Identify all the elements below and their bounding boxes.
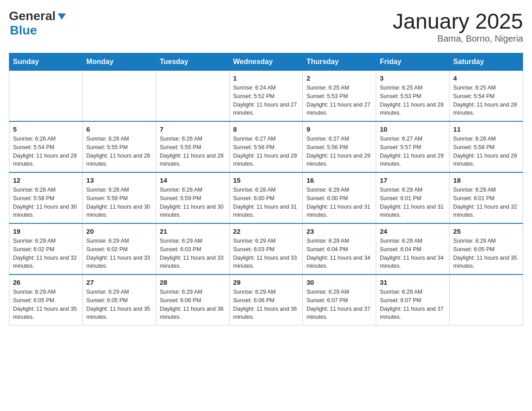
day-info: Sunrise: 6:28 AMSunset: 5:59 PMDaylight:… xyxy=(160,186,226,219)
calendar-day-cell: 5Sunrise: 6:26 AMSunset: 5:54 PMDaylight… xyxy=(9,121,83,172)
calendar-day-cell: 8Sunrise: 6:27 AMSunset: 5:56 PMDaylight… xyxy=(229,121,303,172)
calendar-week-row: 12Sunrise: 6:28 AMSunset: 5:58 PMDayligh… xyxy=(9,172,523,223)
calendar-day-cell: 3Sunrise: 6:25 AMSunset: 5:53 PMDaylight… xyxy=(376,71,450,122)
day-number: 22 xyxy=(233,227,299,235)
day-number: 24 xyxy=(380,227,446,235)
day-number: 9 xyxy=(306,125,372,133)
calendar-day-cell: 29Sunrise: 6:29 AMSunset: 6:06 PMDayligh… xyxy=(229,274,303,325)
calendar-subtitle: Bama, Borno, Nigeria xyxy=(393,34,523,44)
day-info: Sunrise: 6:25 AMSunset: 5:53 PMDaylight:… xyxy=(380,84,446,117)
day-info: Sunrise: 6:29 AMSunset: 6:04 PMDaylight:… xyxy=(306,237,372,270)
day-number: 11 xyxy=(453,125,519,133)
day-number: 14 xyxy=(160,176,226,184)
calendar-day-cell: 25Sunrise: 6:29 AMSunset: 6:05 PMDayligh… xyxy=(450,223,523,274)
day-number: 13 xyxy=(86,176,152,184)
day-number: 18 xyxy=(453,176,519,184)
calendar-day-cell: 10Sunrise: 6:27 AMSunset: 5:57 PMDayligh… xyxy=(376,121,450,172)
calendar-header: SundayMondayTuesdayWednesdayThursdayFrid… xyxy=(9,53,523,71)
calendar-day-cell xyxy=(9,71,83,122)
calendar-week-row: 1Sunrise: 6:24 AMSunset: 5:52 PMDaylight… xyxy=(9,71,523,122)
day-info: Sunrise: 6:29 AMSunset: 6:03 PMDaylight:… xyxy=(233,237,299,270)
calendar-day-cell: 15Sunrise: 6:28 AMSunset: 6:00 PMDayligh… xyxy=(229,172,303,223)
day-info: Sunrise: 6:29 AMSunset: 6:07 PMDaylight:… xyxy=(380,288,446,321)
day-info: Sunrise: 6:24 AMSunset: 5:52 PMDaylight:… xyxy=(233,84,299,117)
day-info: Sunrise: 6:29 AMSunset: 6:06 PMDaylight:… xyxy=(160,288,226,321)
day-of-week-header: Friday xyxy=(376,53,450,71)
day-of-week-header: Wednesday xyxy=(229,53,303,71)
day-info: Sunrise: 6:26 AMSunset: 5:55 PMDaylight:… xyxy=(160,135,226,168)
calendar-day-cell: 28Sunrise: 6:29 AMSunset: 6:06 PMDayligh… xyxy=(156,274,229,325)
day-of-week-header: Saturday xyxy=(450,53,523,71)
day-info: Sunrise: 6:27 AMSunset: 5:56 PMDaylight:… xyxy=(306,135,372,168)
calendar-day-cell: 2Sunrise: 6:25 AMSunset: 5:53 PMDaylight… xyxy=(303,71,376,122)
day-info: Sunrise: 6:29 AMSunset: 6:06 PMDaylight:… xyxy=(233,288,299,321)
day-of-week-header: Tuesday xyxy=(156,53,229,71)
day-info: Sunrise: 6:29 AMSunset: 6:01 PMDaylight:… xyxy=(453,186,519,219)
logo-general-text: General xyxy=(9,9,56,23)
calendar-body: 1Sunrise: 6:24 AMSunset: 5:52 PMDaylight… xyxy=(9,71,523,325)
day-number: 1 xyxy=(233,74,299,82)
page-header: General Blue January 2025 Bama, Borno, N… xyxy=(9,9,523,44)
calendar-day-cell: 6Sunrise: 6:26 AMSunset: 5:55 PMDaylight… xyxy=(82,121,156,172)
day-info: Sunrise: 6:26 AMSunset: 5:55 PMDaylight:… xyxy=(86,135,152,168)
calendar-day-cell xyxy=(450,274,523,325)
calendar-week-row: 26Sunrise: 6:29 AMSunset: 6:05 PMDayligh… xyxy=(9,274,523,325)
day-number: 6 xyxy=(86,125,152,133)
calendar-day-cell xyxy=(156,71,229,122)
day-number: 17 xyxy=(380,176,446,184)
day-number: 23 xyxy=(306,227,372,235)
day-info: Sunrise: 6:29 AMSunset: 6:02 PMDaylight:… xyxy=(86,237,152,270)
calendar-day-cell: 24Sunrise: 6:29 AMSunset: 6:04 PMDayligh… xyxy=(376,223,450,274)
day-info: Sunrise: 6:28 AMSunset: 5:59 PMDaylight:… xyxy=(86,186,152,219)
day-info: Sunrise: 6:29 AMSunset: 6:05 PMDaylight:… xyxy=(86,288,152,321)
day-of-week-header: Monday xyxy=(82,53,156,71)
day-number: 20 xyxy=(86,227,152,235)
day-of-week-header: Sunday xyxy=(9,53,83,71)
calendar-day-cell: 14Sunrise: 6:28 AMSunset: 5:59 PMDayligh… xyxy=(156,172,229,223)
calendar-day-cell: 7Sunrise: 6:26 AMSunset: 5:55 PMDaylight… xyxy=(156,121,229,172)
day-of-week-header: Thursday xyxy=(303,53,376,71)
calendar-day-cell: 21Sunrise: 6:29 AMSunset: 6:03 PMDayligh… xyxy=(156,223,229,274)
day-number: 31 xyxy=(380,278,446,286)
logo-blue-text: Blue xyxy=(10,23,37,37)
day-number: 16 xyxy=(306,176,372,184)
day-number: 5 xyxy=(13,125,79,133)
day-info: Sunrise: 6:29 AMSunset: 6:04 PMDaylight:… xyxy=(380,237,446,270)
title-area: January 2025 Bama, Borno, Nigeria xyxy=(393,9,523,44)
day-info: Sunrise: 6:29 AMSunset: 6:01 PMDaylight:… xyxy=(380,186,446,219)
day-info: Sunrise: 6:25 AMSunset: 5:53 PMDaylight:… xyxy=(306,84,372,117)
day-number: 2 xyxy=(306,74,372,82)
day-number: 25 xyxy=(453,227,519,235)
logo: General Blue xyxy=(9,9,67,38)
calendar-day-cell: 4Sunrise: 6:25 AMSunset: 5:54 PMDaylight… xyxy=(450,71,523,122)
calendar-day-cell: 9Sunrise: 6:27 AMSunset: 5:56 PMDaylight… xyxy=(303,121,376,172)
calendar-day-cell: 22Sunrise: 6:29 AMSunset: 6:03 PMDayligh… xyxy=(229,223,303,274)
calendar-day-cell: 16Sunrise: 6:29 AMSunset: 6:00 PMDayligh… xyxy=(303,172,376,223)
day-number: 10 xyxy=(380,125,446,133)
logo-triangle-icon xyxy=(57,12,67,21)
day-number: 26 xyxy=(13,278,79,286)
day-info: Sunrise: 6:27 AMSunset: 5:57 PMDaylight:… xyxy=(380,135,446,168)
calendar-day-cell: 23Sunrise: 6:29 AMSunset: 6:04 PMDayligh… xyxy=(303,223,376,274)
day-info: Sunrise: 6:28 AMSunset: 6:00 PMDaylight:… xyxy=(233,186,299,219)
calendar-week-row: 5Sunrise: 6:26 AMSunset: 5:54 PMDaylight… xyxy=(9,121,523,172)
day-number: 19 xyxy=(13,227,79,235)
day-info: Sunrise: 6:28 AMSunset: 5:58 PMDaylight:… xyxy=(453,135,519,168)
day-number: 21 xyxy=(160,227,226,235)
calendar-day-cell: 13Sunrise: 6:28 AMSunset: 5:59 PMDayligh… xyxy=(82,172,156,223)
calendar-day-cell: 18Sunrise: 6:29 AMSunset: 6:01 PMDayligh… xyxy=(450,172,523,223)
day-number: 30 xyxy=(306,278,372,286)
days-of-week-row: SundayMondayTuesdayWednesdayThursdayFrid… xyxy=(9,53,523,71)
day-number: 4 xyxy=(453,74,519,82)
day-info: Sunrise: 6:29 AMSunset: 6:00 PMDaylight:… xyxy=(306,186,372,219)
calendar-day-cell: 11Sunrise: 6:28 AMSunset: 5:58 PMDayligh… xyxy=(450,121,523,172)
calendar-day-cell xyxy=(82,71,156,122)
day-info: Sunrise: 6:26 AMSunset: 5:54 PMDaylight:… xyxy=(13,135,79,168)
day-info: Sunrise: 6:29 AMSunset: 6:05 PMDaylight:… xyxy=(453,237,519,270)
day-info: Sunrise: 6:29 AMSunset: 6:02 PMDaylight:… xyxy=(13,237,79,270)
day-info: Sunrise: 6:29 AMSunset: 6:03 PMDaylight:… xyxy=(160,237,226,270)
calendar-day-cell: 31Sunrise: 6:29 AMSunset: 6:07 PMDayligh… xyxy=(376,274,450,325)
day-number: 27 xyxy=(86,278,152,286)
day-info: Sunrise: 6:29 AMSunset: 6:07 PMDaylight:… xyxy=(306,288,372,321)
day-number: 29 xyxy=(233,278,299,286)
